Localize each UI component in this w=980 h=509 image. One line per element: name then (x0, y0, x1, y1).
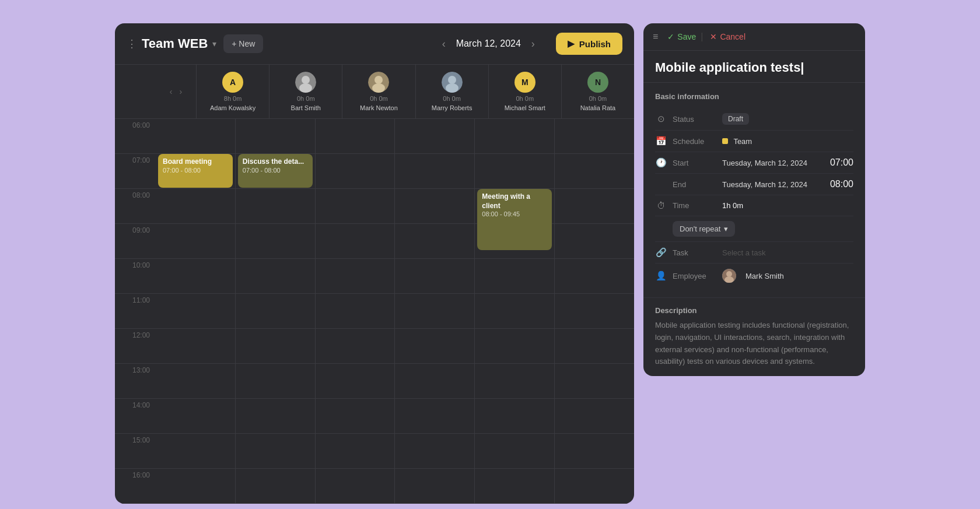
schedule-text: Team (733, 137, 752, 146)
cell-09-adam[interactable] (156, 224, 235, 259)
start-label: Start (673, 159, 716, 167)
start-date[interactable]: Tuesday, March 12, 2024 (722, 159, 820, 167)
menu-dots-icon[interactable]: ⋮ (127, 37, 137, 50)
event-meeting-title: Meeting with a client (482, 192, 547, 210)
header-left: ⋮ Team WEB ▾ (127, 36, 216, 51)
name-adam: Adam Kowalsky (210, 104, 256, 111)
task-icon: 🔗 (655, 247, 667, 258)
publish-button[interactable]: ▶ Publish (556, 33, 622, 55)
cell-16-bart[interactable] (236, 469, 315, 504)
svg-point-4 (374, 76, 383, 84)
start-icon: 🕐 (655, 157, 667, 168)
col-michael: Meeting with a client 08:00 - 09:45 (475, 119, 555, 504)
event-meeting-client[interactable]: Meeting with a client 08:00 - 09:45 (477, 189, 552, 250)
event-title-field[interactable]: Mobile application tests| (643, 51, 865, 83)
cell-11-adam[interactable] (156, 294, 235, 329)
cell-11-bart[interactable] (236, 294, 315, 329)
status-badge[interactable]: Draft (722, 113, 749, 125)
cell-13-adam[interactable] (156, 364, 235, 399)
schedule-dot (722, 138, 728, 144)
event-discuss[interactable]: Discuss the deta... 07:00 - 08:00 (238, 154, 313, 188)
time-12: 12:00 (115, 329, 156, 364)
avatar-natalia: N (587, 72, 608, 93)
cell-09-bart[interactable] (236, 224, 315, 259)
cell-12-adam[interactable] (156, 329, 235, 364)
grid-columns: Board meeting 07:00 - 08:00 (156, 119, 634, 504)
time-14: 14:00 (115, 399, 156, 434)
time-15: 15:00 (115, 434, 156, 469)
col-marry (395, 119, 475, 504)
cell-08-adam[interactable] (156, 189, 235, 224)
cell-07-adam[interactable]: Board meeting 07:00 - 08:00 (156, 154, 235, 189)
description-heading: Description (655, 306, 853, 315)
time-08: 08:00 (115, 189, 156, 224)
row-time: ⏱ Time 1h 0m (655, 195, 853, 216)
hours-mark: 0h 0m (370, 95, 388, 102)
detail-menu-icon[interactable]: ≡ (653, 31, 658, 42)
team-dropdown-icon[interactable]: ▾ (212, 39, 216, 48)
detail-body: Basic information ⊙ Status Draft 📅 Sched… (643, 83, 865, 297)
cancel-label: Cancel (720, 32, 746, 41)
save-button[interactable]: ✓ Save (667, 32, 696, 41)
start-time[interactable]: 07:00 (830, 157, 853, 168)
hours-bart: 0h 0m (297, 95, 315, 102)
avatar-michael: M (514, 72, 536, 93)
event-board-meeting[interactable]: Board meeting 07:00 - 08:00 (158, 154, 233, 188)
cancel-x-icon: ✕ (710, 32, 717, 41)
new-label: + New (232, 39, 255, 48)
members-prev[interactable]: ‹ (167, 85, 175, 99)
task-placeholder[interactable]: Select a task (722, 248, 765, 257)
status-label: Status (673, 115, 716, 124)
members-row: ‹ › A 8h 0m Adam Kowalsky 0h 0m (115, 65, 634, 119)
repeat-selector[interactable]: Don't repeat ▾ (673, 221, 735, 237)
svg-point-5 (372, 83, 385, 93)
cell-15-adam[interactable] (156, 434, 235, 469)
schedule-icon: 📅 (655, 136, 667, 146)
avatar-bart (295, 72, 316, 93)
new-button[interactable]: + New (223, 34, 263, 53)
col-bart: Discuss the deta... 07:00 - 08:00 (236, 119, 316, 504)
team-name: Team WEB (142, 36, 208, 51)
name-michael: Michael Smart (505, 104, 545, 111)
cell-13-bart[interactable] (236, 364, 315, 399)
schedule-value: Team (722, 137, 853, 146)
row-schedule: 📅 Schedule Team (655, 131, 853, 152)
cell-16-adam[interactable] (156, 469, 235, 504)
cell-14-bart[interactable] (236, 399, 315, 434)
cell-06-adam[interactable] (156, 119, 235, 154)
time-icon: ⏱ (655, 201, 667, 210)
cell-14-adam[interactable] (156, 399, 235, 434)
cell-06-bart[interactable] (236, 119, 315, 154)
next-arrow[interactable]: › (527, 36, 540, 52)
prev-arrow[interactable]: ‹ (438, 36, 450, 52)
time-07: 07:00 (115, 154, 156, 189)
event-meeting-time: 08:00 - 09:45 (482, 210, 547, 217)
page-wrapper: ⋮ Team WEB ▾ + New ‹ March 12, 2024 › ▶ … (92, 0, 888, 509)
col-natalia (555, 119, 634, 504)
avatar-marry (442, 72, 463, 93)
members-next[interactable]: › (177, 85, 185, 99)
end-time[interactable]: 08:00 (830, 179, 853, 189)
cancel-button[interactable]: ✕ Cancel (710, 32, 746, 41)
name-mark: Mark Newton (360, 104, 398, 111)
row-start: 🕐 Start Tuesday, March 12, 2024 07:00 (655, 152, 853, 174)
svg-point-10 (726, 271, 732, 277)
cell-12-bart[interactable] (236, 329, 315, 364)
cell-15-bart[interactable] (236, 434, 315, 469)
member-adam: A 8h 0m Adam Kowalsky (197, 65, 270, 118)
cell-08-michael[interactable]: Meeting with a client 08:00 - 09:45 (475, 189, 554, 224)
name-natalia: Natalia Rata (580, 104, 616, 111)
end-date[interactable]: Tuesday, March 12, 2024 (722, 180, 820, 189)
event-board-time: 07:00 - 08:00 (163, 167, 228, 174)
cell-10-bart[interactable] (236, 259, 315, 294)
member-natalia: N 0h 0m Natalia Rata (562, 65, 634, 118)
divider: | (701, 31, 703, 42)
cell-08-bart[interactable] (236, 189, 315, 224)
row-task: 🔗 Task Select a task (655, 242, 853, 264)
svg-point-7 (448, 76, 456, 84)
cell-07-bart[interactable]: Discuss the deta... 07:00 - 08:00 (236, 154, 315, 189)
cell-10-adam[interactable] (156, 259, 235, 294)
name-bart: Bart Smith (291, 104, 321, 111)
time-11: 11:00 (115, 294, 156, 329)
task-label: Task (673, 248, 716, 257)
